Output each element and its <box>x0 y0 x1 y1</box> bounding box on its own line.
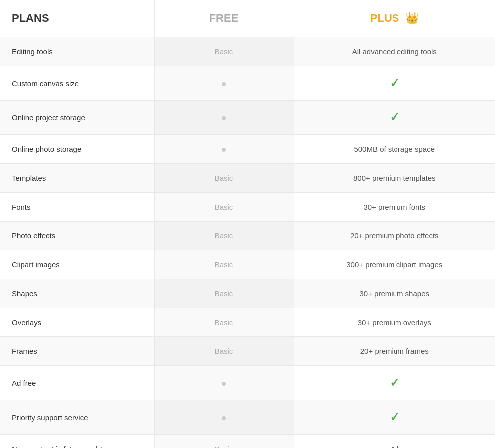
free-value <box>154 101 294 135</box>
feature-name: Templates <box>0 164 154 193</box>
feature-name: Frames <box>0 337 154 366</box>
free-value: Basic <box>154 435 294 448</box>
free-value: Basic <box>154 250 294 279</box>
free-value: Basic <box>154 37 294 66</box>
plus-value: 30+ premium shapes <box>294 279 495 308</box>
table-row: OverlaysBasic30+ premium overlays <box>0 308 495 337</box>
plus-header: PLUS 👑 <box>294 0 495 37</box>
plus-value: ✓ <box>294 101 495 135</box>
unavailable-dot <box>222 416 226 420</box>
unavailable-dot <box>222 148 226 152</box>
crown-icon: 👑 <box>405 12 419 25</box>
free-value <box>154 400 294 435</box>
table-row: Photo effectsBasic20+ premium photo effe… <box>0 222 495 250</box>
plus-value: 30+ premium overlays <box>294 308 495 337</box>
table-row: FontsBasic30+ premium fonts <box>0 193 495 222</box>
plus-value: 30+ premium fonts <box>294 193 495 222</box>
checkmark-icon: ✓ <box>390 376 399 389</box>
feature-name: Custom canvas size <box>0 66 154 101</box>
plus-value: ✓ <box>294 66 495 101</box>
feature-name: Online project storage <box>0 101 154 135</box>
feature-name: Editing tools <box>0 37 154 66</box>
table-row: TemplatesBasic800+ premium templates <box>0 164 495 193</box>
plus-value: ✓ <box>294 400 495 435</box>
free-value: Basic <box>154 279 294 308</box>
free-value <box>154 135 294 164</box>
plus-value: 20+ premium frames <box>294 337 495 366</box>
table-row: Online project storage✓ <box>0 101 495 135</box>
feature-name: Overlays <box>0 308 154 337</box>
unavailable-dot <box>222 82 226 86</box>
free-value: Basic <box>154 164 294 193</box>
free-value: Basic <box>154 222 294 250</box>
table-row: Online photo storage500MB of storage spa… <box>0 135 495 164</box>
free-value <box>154 66 294 101</box>
feature-name: Online photo storage <box>0 135 154 164</box>
plus-value: 800+ premium templates <box>294 164 495 193</box>
table-row: FramesBasic20+ premium frames <box>0 337 495 366</box>
table-row: Editing toolsBasicAll advanced editing t… <box>0 37 495 66</box>
checkmark-icon: ✓ <box>390 76 399 90</box>
plus-value: ✓ <box>294 366 495 400</box>
feature-name: Ad free <box>0 366 154 400</box>
plus-value: All <box>294 435 495 448</box>
feature-name: New content in future updates <box>0 435 154 448</box>
checkmark-icon: ✓ <box>390 111 399 124</box>
table-row: Ad free✓ <box>0 366 495 400</box>
unavailable-dot <box>222 116 226 120</box>
feature-name: Photo effects <box>0 222 154 250</box>
checkmark-icon: ✓ <box>390 410 399 424</box>
plus-label: PLUS <box>370 12 399 24</box>
plus-value: 20+ premium photo effects <box>294 222 495 250</box>
plus-value: 500MB of storage space <box>294 135 495 164</box>
feature-name: Priority support service <box>0 400 154 435</box>
table-row: Priority support service✓ <box>0 400 495 435</box>
free-value: Basic <box>154 193 294 222</box>
free-value: Basic <box>154 308 294 337</box>
plans-header: PLANS <box>0 0 154 37</box>
feature-name: Shapes <box>0 279 154 308</box>
free-header: FREE <box>154 0 294 37</box>
free-value <box>154 366 294 400</box>
unavailable-dot <box>222 382 226 386</box>
feature-name: Fonts <box>0 193 154 222</box>
table-row: Custom canvas size✓ <box>0 66 495 101</box>
table-row: Clipart imagesBasic300+ premium clipart … <box>0 250 495 279</box>
plus-value: 300+ premium clipart images <box>294 250 495 279</box>
plus-value: All advanced editing tools <box>294 37 495 66</box>
table-row: ShapesBasic30+ premium shapes <box>0 279 495 308</box>
feature-name: Clipart images <box>0 250 154 279</box>
free-value: Basic <box>154 337 294 366</box>
table-row: New content in future updatesBasicAll <box>0 435 495 448</box>
